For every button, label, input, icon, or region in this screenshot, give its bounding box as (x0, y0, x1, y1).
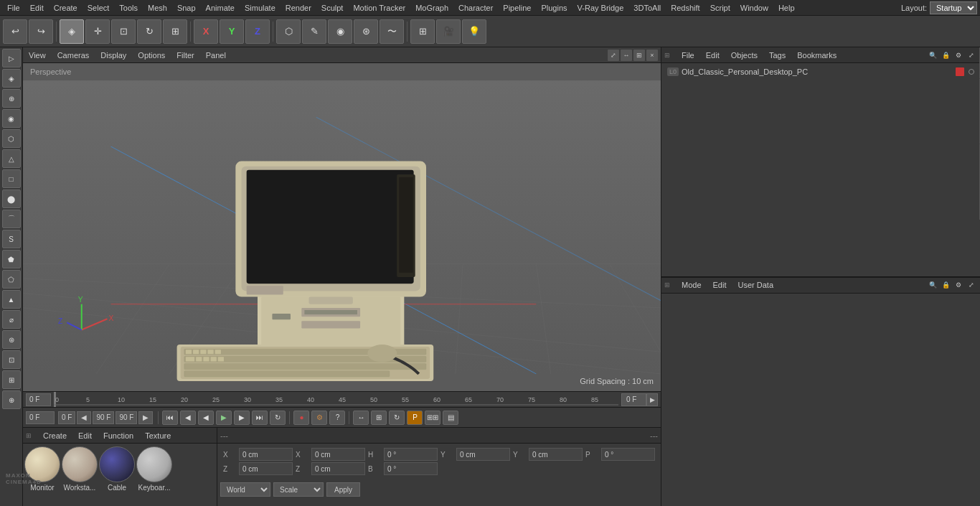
obj-settings-icon[interactable]: ⚙ (953, 50, 964, 61)
light-tool-button[interactable]: 💡 (462, 19, 486, 44)
vp-icon-move[interactable]: ↔ (621, 50, 632, 61)
current-frame-display[interactable]: 0 F (26, 411, 55, 424)
play-reverse-button[interactable]: ◀ (198, 411, 214, 425)
sculpt-tool-button[interactable]: ◉ (328, 19, 352, 44)
obj-item-desktop-pc[interactable]: L0 Old_Classic_Personal_Desktop_PC (664, 66, 977, 78)
menu-create[interactable]: Create (50, 2, 82, 14)
sidebar-btn-8[interactable]: ⬤ (2, 189, 21, 208)
key-button[interactable]: ⚙ (311, 411, 327, 425)
end-frame-field2[interactable]: 90 F (116, 411, 137, 424)
coord-size-z-input[interactable] (311, 462, 365, 475)
move-tool-button2[interactable]: ↔ (353, 411, 369, 425)
vp-icon-close[interactable]: × (646, 50, 658, 61)
scale-tool-button[interactable]: ⊡ (111, 19, 136, 44)
polygon-tool-button[interactable]: ⬡ (276, 19, 301, 44)
coord-b-rot-input[interactable] (384, 462, 438, 475)
sidebar-btn-4[interactable]: ◉ (2, 109, 21, 128)
coord-z-pos-input[interactable] (239, 462, 293, 475)
material-workstation[interactable]: Worksta... (62, 446, 98, 492)
go-end-button[interactable]: ⏭ (252, 411, 268, 425)
vp-menu-display[interactable]: Display (98, 50, 129, 61)
attr-menu-edit[interactable]: Edit (710, 279, 730, 291)
sidebar-btn-16[interactable]: ⊡ (2, 350, 21, 369)
menu-character[interactable]: Character (454, 2, 497, 14)
menu-vray[interactable]: V-Ray Bridge (573, 2, 628, 14)
undo-button[interactable]: ↩ (3, 19, 27, 44)
menu-render[interactable]: Render (281, 2, 316, 14)
pen-tool-button[interactable]: ✎ (302, 19, 326, 44)
obj-lock-icon[interactable]: 🔒 (940, 50, 951, 61)
loop-button[interactable]: ↻ (270, 411, 286, 425)
sidebar-btn-14[interactable]: ⌀ (2, 310, 21, 329)
coord-x-pos-input[interactable] (239, 448, 293, 461)
timeline-ruler[interactable]: 0 5 10 15 20 25 30 35 40 45 50 55 60 65 (54, 392, 618, 407)
coord-size-y-input[interactable] (529, 448, 583, 461)
vp-icon-settings[interactable]: ⊞ (633, 50, 645, 61)
menu-script[interactable]: Script (706, 2, 735, 14)
scale-snap-button[interactable]: ⊞ (371, 411, 387, 425)
obj-expand-icon[interactable]: ⤢ (966, 50, 977, 61)
obj-item-visibility-dot[interactable] (969, 69, 974, 75)
menu-tools[interactable]: Tools (115, 2, 142, 14)
menu-3dtoall[interactable]: 3DToAll (629, 2, 665, 14)
coord-h-rot-input[interactable] (384, 448, 438, 461)
scale-select[interactable]: Scale (273, 482, 324, 497)
start-frame-field[interactable]: 0 F (58, 411, 75, 424)
attr-menu-userdata[interactable]: User Data (735, 279, 777, 291)
menu-file[interactable]: File (3, 2, 24, 14)
y-axis-button[interactable]: Y (220, 19, 244, 44)
material-cable[interactable]: Cable (99, 446, 135, 492)
render-btn[interactable]: ▤ (443, 411, 458, 425)
menu-animate[interactable]: Animate (202, 2, 239, 14)
obj-menu-file[interactable]: File (679, 50, 697, 61)
vp-menu-view[interactable]: View (26, 50, 49, 61)
grid-tool-button[interactable]: ⊞ (410, 19, 435, 44)
vp-menu-options[interactable]: Options (135, 50, 168, 61)
vp-menu-filter[interactable]: Filter (174, 50, 197, 61)
grid-snap-button[interactable]: ⊞⊞ (425, 411, 440, 425)
apply-button[interactable]: Apply (326, 482, 360, 497)
sidebar-btn-3[interactable]: ⊕ (2, 89, 21, 108)
coord-size-x-input[interactable] (311, 448, 365, 461)
sidebar-btn-18[interactable]: ⊕ (2, 390, 21, 409)
attr-lock-icon[interactable]: 🔒 (940, 279, 951, 291)
play-button[interactable]: ▶ (216, 411, 232, 425)
menu-sculpt[interactable]: Sculpt (317, 2, 348, 14)
menu-snap[interactable]: Snap (173, 2, 200, 14)
attr-search-icon[interactable]: 🔍 (927, 279, 938, 291)
help-button[interactable]: ? (329, 411, 345, 425)
layout-select[interactable]: Startup (930, 1, 977, 14)
menu-motion-tracker[interactable]: Motion Tracker (349, 2, 410, 14)
obj-menu-tags[interactable]: Tags (766, 50, 788, 61)
obj-menu-objects[interactable]: Objects (728, 50, 760, 61)
sidebar-btn-10[interactable]: S (2, 230, 21, 248)
redo-button[interactable]: ↪ (29, 19, 53, 44)
go-start-button[interactable]: ⏮ (162, 411, 178, 425)
menu-mesh[interactable]: Mesh (143, 2, 171, 14)
sidebar-btn-2[interactable]: ◈ (2, 69, 21, 88)
sidebar-btn-5[interactable]: ⬡ (2, 129, 21, 148)
world-select[interactable]: World (220, 482, 270, 497)
rotate-tool-button[interactable]: ↻ (137, 19, 161, 44)
sidebar-btn-11[interactable]: ⬟ (2, 250, 21, 268)
viewport-3d[interactable]: X Y Z Perspective Grid Spacing : 10 cm (23, 63, 661, 391)
material-keyboard[interactable]: Keyboar... (136, 446, 172, 492)
menu-window[interactable]: Window (736, 2, 773, 14)
camera-tool-button[interactable]: 🎥 (436, 19, 461, 44)
coord-p-rot-input[interactable] (601, 448, 655, 461)
mat-menu-edit[interactable]: Edit (75, 430, 95, 441)
mat-menu-texture[interactable]: Texture (142, 430, 174, 441)
vp-menu-panel[interactable]: Panel (203, 50, 229, 61)
rotate-snap-button[interactable]: ↻ (389, 411, 405, 425)
mat-menu-function[interactable]: Function (100, 430, 136, 441)
p-button[interactable]: P (407, 411, 423, 425)
obj-search-icon[interactable]: 🔍 (927, 50, 938, 61)
sidebar-btn-1[interactable]: ▷ (2, 49, 21, 67)
playback-speed[interactable]: ◀ (77, 411, 91, 424)
playback-speed2[interactable]: ▶ (138, 411, 153, 424)
attr-expand-icon[interactable]: ⤢ (966, 279, 977, 291)
step-forward-button[interactable]: ▶ (234, 411, 250, 425)
sidebar-btn-15[interactable]: ⊛ (2, 330, 21, 349)
loop-tool-button[interactable]: ⊛ (354, 19, 378, 44)
menu-simulate[interactable]: Simulate (240, 2, 280, 14)
